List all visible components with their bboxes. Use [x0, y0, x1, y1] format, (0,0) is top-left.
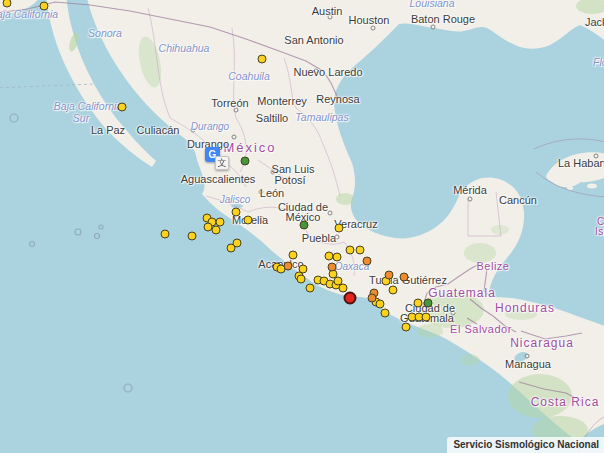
earthquake-marker-yellow[interactable]	[161, 230, 170, 239]
earthquake-marker-yellow[interactable]	[289, 251, 298, 260]
google-translate-char-tile: 文	[215, 156, 229, 170]
earthquake-marker-yellow[interactable]	[333, 253, 342, 262]
earthquake-marker-yellow[interactable]	[232, 208, 241, 217]
earthquake-marker-yellow[interactable]	[297, 275, 306, 284]
earthquake-marker-yellow[interactable]	[306, 284, 315, 293]
earthquake-marker-yellow[interactable]	[381, 309, 390, 318]
earthquake-marker-yellow[interactable]	[40, 2, 49, 11]
google-translate-icon[interactable]: G 文	[205, 147, 231, 173]
earthquake-marker-yellow[interactable]	[389, 286, 398, 295]
earthquake-marker-yellow[interactable]	[356, 246, 365, 255]
attribution-text: Servicio Sismológico Nacional	[453, 439, 599, 450]
earthquake-marker-yellow[interactable]	[376, 300, 385, 309]
earthquake-marker-orange[interactable]	[284, 262, 293, 271]
earthquake-marker-yellow[interactable]	[346, 246, 355, 255]
earthquake-marker-green[interactable]	[241, 157, 250, 166]
earthquake-marker-green[interactable]	[424, 299, 433, 308]
earthquake-marker-orange[interactable]	[400, 273, 409, 282]
earthquake-marker-yellow[interactable]	[402, 323, 411, 332]
earthquake-marker-orange[interactable]	[363, 257, 372, 266]
earthquake-marker-orange[interactable]	[368, 294, 377, 303]
earthquake-marker-yellow[interactable]	[335, 224, 344, 233]
earthquake-marker-yellow[interactable]	[422, 313, 431, 322]
earthquake-marker-yellow[interactable]	[414, 299, 423, 308]
earthquake-marker-red[interactable]	[344, 292, 357, 305]
earthquake-marker-yellow[interactable]	[118, 103, 127, 112]
earthquake-marker-yellow[interactable]	[188, 232, 197, 241]
earthquake-marker-yellow[interactable]	[212, 226, 221, 235]
map-attribution[interactable]: Servicio Sismológico Nacional	[447, 437, 604, 453]
earthquake-marker-orange[interactable]	[385, 271, 394, 280]
earthquake-marker-yellow[interactable]	[258, 55, 267, 64]
earthquake-marker-yellow[interactable]	[244, 216, 253, 225]
earthquake-marker-yellow[interactable]	[299, 265, 308, 274]
seismic-map-canvas[interactable]: MéxicoGuatemalaBelizeHondurasEl Salvador…	[0, 0, 604, 453]
earthquake-marker-orange[interactable]	[328, 263, 337, 272]
earthquake-marker-yellow[interactable]	[3, 0, 12, 8]
earthquake-markers-layer	[0, 0, 604, 453]
earthquake-marker-green[interactable]	[300, 221, 309, 230]
earthquake-marker-yellow[interactable]	[227, 244, 236, 253]
earthquake-marker-yellow[interactable]	[339, 284, 348, 293]
